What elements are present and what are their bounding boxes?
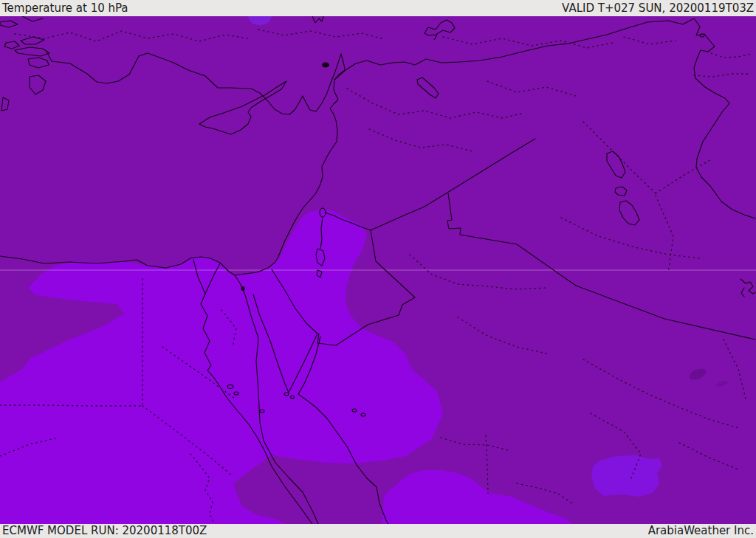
model-run-label: ECMWF MODEL RUN: 20200118T00Z xyxy=(2,524,207,538)
valid-time-label: VALID T+027 SUN, 20200119T03Z xyxy=(562,0,754,16)
map-title: Temperature at 10 hPa xyxy=(2,0,128,16)
header-bar: Temperature at 10 hPa VALID T+027 SUN, 2… xyxy=(0,0,756,16)
provider-label: ArabiaWeather Inc. xyxy=(648,524,754,538)
weather-map xyxy=(0,16,756,524)
lake-bitter xyxy=(241,286,245,291)
temp-region-southeast-blob xyxy=(591,455,662,497)
footer-bar: ECMWF MODEL RUN: 20200118T00Z ArabiaWeat… xyxy=(0,524,756,538)
lagoon-turkey-coast xyxy=(322,63,329,68)
weather-map-svg xyxy=(0,16,756,524)
